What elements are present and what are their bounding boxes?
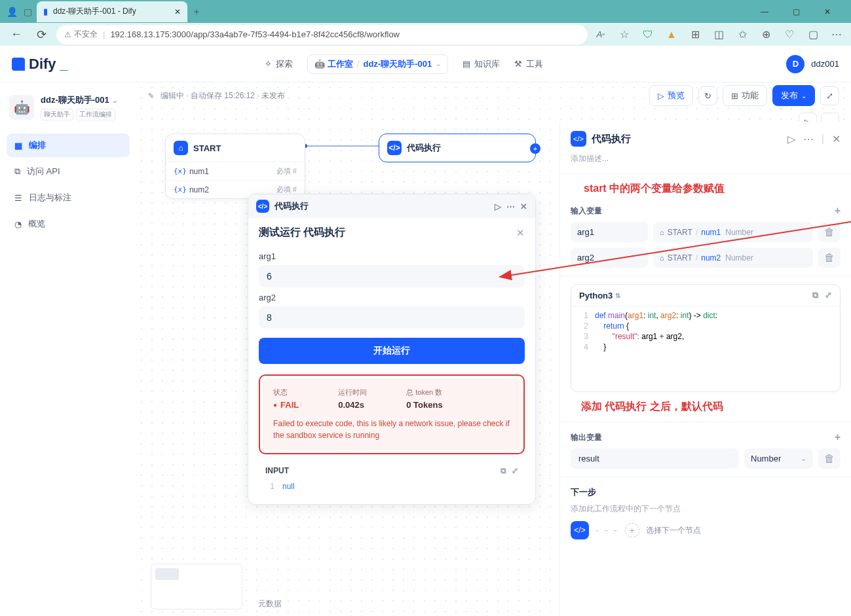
ext1-icon[interactable]: ▲ <box>664 27 679 43</box>
play-icon[interactable]: ▷ <box>787 133 795 145</box>
node-config-panel: </> 代码执行 ▷ ⋯ | ✕ 添加描述... start 中的两个变量给参数… <box>559 122 851 616</box>
logo[interactable]: Dify_ <box>12 56 68 73</box>
delete-icon[interactable]: 🗑 <box>818 247 841 268</box>
input-source[interactable]: ⌂START/num2Number <box>653 247 813 268</box>
sidebar-item-logs[interactable]: ☰日志与标注 <box>7 186 130 209</box>
output-name[interactable]: result <box>571 448 739 469</box>
logo-icon <box>12 58 25 71</box>
add-input-icon[interactable]: + <box>835 205 841 217</box>
blocks-icon: ▦ <box>14 141 22 151</box>
expand-button[interactable]: ⤢ <box>820 86 839 105</box>
chevron-down-icon: ⌄ <box>112 97 117 104</box>
add-output-icon[interactable]: + <box>835 431 841 443</box>
tabs-icon[interactable]: ▢ <box>21 5 34 18</box>
favorites-icon[interactable]: ✩ <box>734 27 750 43</box>
preview-button[interactable]: ▷预览 <box>649 85 693 106</box>
read-aloud-icon[interactable]: A» <box>593 27 609 43</box>
back-button[interactable]: ← <box>7 25 26 45</box>
run-button[interactable]: 开始运行 <box>259 338 525 364</box>
arg2-input[interactable]: 8 <box>259 306 525 329</box>
expand-icon[interactable]: ⤢ <box>825 290 832 300</box>
tab-title: ddz-聊天助手-001 - Dify <box>53 6 136 17</box>
sidebar-item-overview[interactable]: ◔概览 <box>7 212 130 236</box>
sidebar: 🤖 ddz-聊天助手-001⌄ 聊天助手 工作流编排 ▦编排 ⧉访问 API ☰… <box>0 82 136 616</box>
input-name[interactable]: arg2 <box>571 247 648 268</box>
input-var-row: arg1 ⌂START/num1Number 🗑 <box>571 222 841 242</box>
home-icon: ⌂ <box>660 228 664 236</box>
code-editor[interactable]: Python3⇅⧉⤢ 1def main(arg1: int, arg2: in… <box>571 284 841 392</box>
more-icon[interactable]: ⋯ <box>803 133 814 145</box>
var-row[interactable]: {x}num1必填 # <box>166 162 305 180</box>
arg1-input[interactable]: 6 <box>259 265 525 287</box>
sidebar-item-api[interactable]: ⧉访问 API <box>7 160 130 183</box>
shield-icon[interactable]: 🛡 <box>640 27 656 43</box>
close-icon[interactable]: ✕ <box>174 7 181 16</box>
home-icon: ⌂ <box>174 141 188 155</box>
window-minimize[interactable]: — <box>751 3 778 21</box>
nav-knowledge[interactable]: ▤知识库 <box>463 58 500 70</box>
close-icon[interactable]: ✕ <box>520 202 527 211</box>
code-icon: </> <box>571 521 589 539</box>
play-icon[interactable]: ▷ <box>495 202 501 211</box>
nav-explore[interactable]: ✧探索 <box>265 58 293 70</box>
new-tab-icon[interactable]: ＋ <box>190 5 203 18</box>
test-run-panel: </> 代码执行 ▷ ⋯ ✕ 测试运行 代码执行✕ arg1 6 arg2 8 … <box>248 194 536 505</box>
collections-icon[interactable]: ⊕ <box>758 27 774 43</box>
output-type[interactable]: Number⌄ <box>744 448 813 469</box>
window-maximize[interactable]: ▢ <box>783 3 809 21</box>
minimap[interactable] <box>151 564 242 609</box>
refresh-button[interactable]: ⟳ <box>31 25 51 45</box>
nav-tools[interactable]: ⚒工具 <box>514 58 543 70</box>
more-icon[interactable]: ⋯ <box>506 202 515 211</box>
favorite-icon[interactable]: ☆ <box>616 27 632 43</box>
metadata-label: 元数据 <box>258 598 282 609</box>
workflow-canvas[interactable]: ✎ 编辑中 · 自动保存 15:26:12 · 未发布 ▷预览 ↻ ⊞功能 发布… <box>136 82 851 616</box>
extensions-icon[interactable]: ⊞ <box>687 27 703 43</box>
close-icon[interactable]: ✕ <box>832 133 841 145</box>
performance-icon[interactable]: ♡ <box>782 27 797 43</box>
close-icon[interactable]: ✕ <box>516 227 525 239</box>
menu-icon[interactable]: ⋯ <box>829 27 844 43</box>
user-name: ddz001 <box>811 59 839 69</box>
copy-icon[interactable]: ⧉ <box>501 466 506 475</box>
sidebar-item-orchestrate[interactable]: ▦编排 <box>7 134 130 157</box>
time-value: 0.042s <box>338 400 367 410</box>
sidebar-icon[interactable]: ◫ <box>711 27 727 43</box>
expand-icon[interactable]: ⤢ <box>512 466 518 475</box>
security-badge: ⚠ 不安全 <box>64 29 98 40</box>
chevron-updown-icon[interactable]: ⇅ <box>615 292 620 299</box>
user-avatar[interactable]: D <box>786 55 804 73</box>
delete-icon[interactable]: 🗑 <box>818 222 841 242</box>
window-close[interactable]: ✕ <box>814 3 841 21</box>
add-next-node[interactable]: + <box>625 523 639 537</box>
delete-icon[interactable]: 🗑 <box>818 448 841 469</box>
app-icon: 🤖 <box>9 95 34 120</box>
input-source[interactable]: ⌂START/num1Number <box>653 222 813 242</box>
profile-icon[interactable]: 👤 <box>5 5 18 18</box>
url-text: 192.168.13.175:3000/app/33a4ab7e-7f53-44… <box>110 29 400 39</box>
url-input[interactable]: ⚠ 不安全 | 192.168.13.175:3000/app/33a4ab7e… <box>56 25 588 45</box>
history-button[interactable]: ↻ <box>698 86 717 105</box>
mobile-icon[interactable]: ▢ <box>805 27 821 43</box>
features-button[interactable]: ⊞功能 <box>723 85 767 106</box>
edit-status: 编辑中 · 自动保存 15:26:12 · 未发布 <box>161 90 285 101</box>
chart-icon: ◔ <box>14 219 22 229</box>
browser-tab[interactable]: ▮ ddz-聊天助手-001 - Dify ✕ <box>37 1 187 22</box>
home-icon: ⌂ <box>660 254 664 262</box>
clock-icon: ↻ <box>704 91 711 101</box>
add-port-icon[interactable]: + <box>530 143 540 154</box>
list-icon: ☰ <box>14 193 22 203</box>
chevron-down-icon: ⌄ <box>436 60 441 67</box>
description-input[interactable]: 添加描述... <box>571 153 841 164</box>
copy-icon[interactable]: ⧉ <box>812 290 818 300</box>
pencil-icon: ✎ <box>148 92 154 100</box>
app-card[interactable]: 🤖 ddz-聊天助手-001⌄ 聊天助手 工作流编排 <box>7 90 130 124</box>
input-name[interactable]: arg1 <box>571 222 648 242</box>
nav-workspace-app[interactable]: 🤖工作室 / ddz-聊天助手-001 ⌄ <box>307 54 448 74</box>
node-code[interactable]: </>代码执行 + <box>379 134 536 162</box>
output-var-row: result Number⌄ 🗑 <box>571 448 841 469</box>
node-start[interactable]: ⌂START {x}num1必填 # {x}num2必填 # <box>165 134 305 199</box>
app-tag: 聊天助手 <box>41 109 73 120</box>
annotation: 添加 代码执行 之后，默认代码 <box>581 400 841 414</box>
publish-button[interactable]: 发布⌄ <box>772 85 815 106</box>
